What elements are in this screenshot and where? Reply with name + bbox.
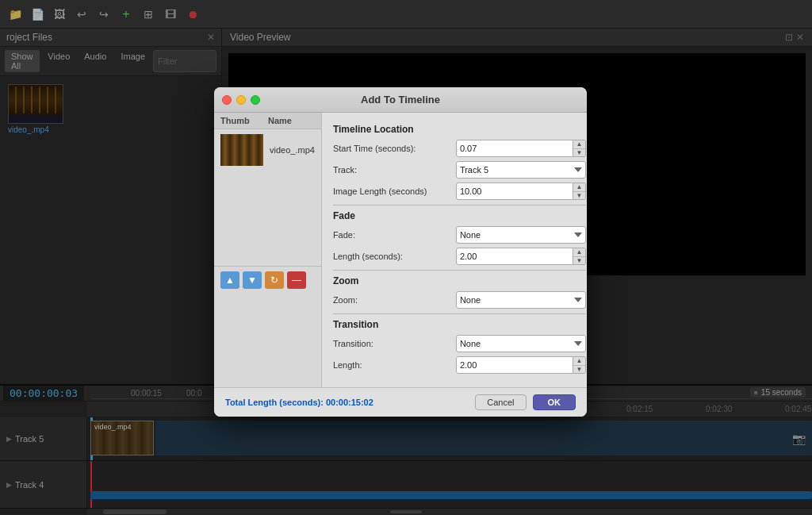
dialog-list-space xyxy=(214,171,321,266)
fade-length-down[interactable]: ▼ xyxy=(573,257,585,265)
dialog-window-controls xyxy=(222,95,260,105)
arrow-up-button[interactable]: ▲ xyxy=(220,271,239,289)
dialog-titlebar: Add To Timeline xyxy=(214,87,587,113)
start-time-up[interactable]: ▲ xyxy=(573,140,585,149)
fade-row: Fade: None Fade In Fade Out Fade In/Out xyxy=(333,226,586,244)
dialog-thumb-film xyxy=(220,134,263,166)
zoom-row: Zoom: None Zoom In Zoom Out xyxy=(333,291,586,309)
dialog-body: Thumb Name video_.mp4 ▲ ▼ ↻ — xyxy=(214,113,587,387)
image-length-label: Image Length (seconds) xyxy=(333,186,456,196)
track-row: Track: Track 1 Track 2 Track 3 Track 4 T… xyxy=(333,161,586,179)
fade-length-spinners: ▲ ▼ xyxy=(573,248,586,265)
total-length-value: 00:00:15:02 xyxy=(326,398,373,407)
dialog-file-list: Thumb Name video_.mp4 ▲ ▼ ↻ — xyxy=(214,113,322,387)
section-zoom: Zoom xyxy=(333,275,586,286)
ok-button[interactable]: OK xyxy=(533,394,576,410)
fade-length-up[interactable]: ▲ xyxy=(573,248,585,257)
image-length-up[interactable]: ▲ xyxy=(573,183,585,192)
total-length-display: Total Length (seconds): 00:00:15:02 xyxy=(225,398,373,407)
image-length-input[interactable] xyxy=(456,183,573,200)
refresh-button[interactable]: ↻ xyxy=(265,271,284,289)
arrow-down-button[interactable]: ▼ xyxy=(243,271,262,289)
divider-3 xyxy=(333,313,586,314)
fade-label: Fade: xyxy=(333,230,456,240)
transition-length-down[interactable]: ▼ xyxy=(573,366,585,374)
dialog-close-button[interactable] xyxy=(222,95,232,105)
fade-length-spin: ▲ ▼ xyxy=(456,248,586,265)
track-label: Track: xyxy=(333,165,456,175)
start-time-spin: ▲ ▼ xyxy=(456,140,586,157)
fade-select[interactable]: None Fade In Fade Out Fade In/Out xyxy=(456,226,586,244)
transition-length-spin: ▲ ▼ xyxy=(456,356,586,374)
dialog-title: Add To Timeline xyxy=(361,94,440,106)
transition-length-up[interactable]: ▲ xyxy=(573,357,585,366)
transition-row: Transition: None Crossfade Wipe xyxy=(333,335,586,352)
section-transition: Transition xyxy=(333,319,586,330)
fade-length-input[interactable] xyxy=(456,248,573,265)
start-time-row: Start Time (seconds): ▲ ▼ xyxy=(333,140,586,157)
dialog-arrows: ▲ ▼ ↻ — xyxy=(214,266,321,294)
start-time-input[interactable] xyxy=(456,140,573,157)
start-time-spinners: ▲ ▼ xyxy=(573,140,586,157)
transition-length-spinners: ▲ ▼ xyxy=(573,356,586,374)
start-time-label: Start Time (seconds): xyxy=(333,144,456,153)
col-name: Name xyxy=(268,116,315,125)
remove-button[interactable]: — xyxy=(287,271,306,289)
track-select[interactable]: Track 1 Track 2 Track 3 Track 4 Track 5 … xyxy=(456,161,586,179)
transition-length-input[interactable] xyxy=(456,356,573,374)
total-length-label: Total Length (seconds): xyxy=(225,398,326,407)
dialog-footer: Total Length (seconds): 00:00:15:02 Canc… xyxy=(214,387,587,417)
image-length-down[interactable]: ▼ xyxy=(573,192,585,200)
dialog-form: Timeline Location Start Time (seconds): … xyxy=(322,113,587,387)
add-to-timeline-dialog: Add To Timeline Thumb Name video_.mp4 ▲ xyxy=(214,87,587,417)
col-thumb: Thumb xyxy=(220,116,268,125)
divider-1 xyxy=(333,205,586,206)
start-time-down[interactable]: ▼ xyxy=(573,149,585,157)
image-length-spin: ▲ ▼ xyxy=(456,183,586,200)
zoom-label: Zoom: xyxy=(333,295,456,305)
dialog-maximize-button[interactable] xyxy=(251,95,260,105)
transition-length-row: Length: ▲ ▼ xyxy=(333,356,586,374)
fade-length-label: Length (seconds): xyxy=(333,252,456,261)
dialog-file-thumb xyxy=(220,134,263,166)
section-fade: Fade xyxy=(333,210,586,221)
divider-2 xyxy=(333,270,586,271)
cancel-button[interactable]: Cancel xyxy=(475,394,526,410)
dialog-minimize-button[interactable] xyxy=(236,95,246,105)
transition-label: Transition: xyxy=(333,339,456,348)
dialog-file-name: video_.mp4 xyxy=(270,145,315,155)
image-length-spinners: ▲ ▼ xyxy=(573,183,586,200)
fade-length-row: Length (seconds): ▲ ▼ xyxy=(333,248,586,265)
dialog-overlay: Add To Timeline Thumb Name video_.mp4 ▲ xyxy=(0,0,812,515)
transition-select[interactable]: None Crossfade Wipe xyxy=(456,335,586,352)
transition-length-label: Length: xyxy=(333,360,456,370)
dialog-file-row[interactable]: video_.mp4 xyxy=(214,129,321,171)
dialog-col-headers: Thumb Name xyxy=(214,113,321,129)
section-timeline-location: Timeline Location xyxy=(333,124,586,135)
image-length-row: Image Length (seconds) ▲ ▼ xyxy=(333,183,586,200)
zoom-select[interactable]: None Zoom In Zoom Out xyxy=(456,291,586,309)
